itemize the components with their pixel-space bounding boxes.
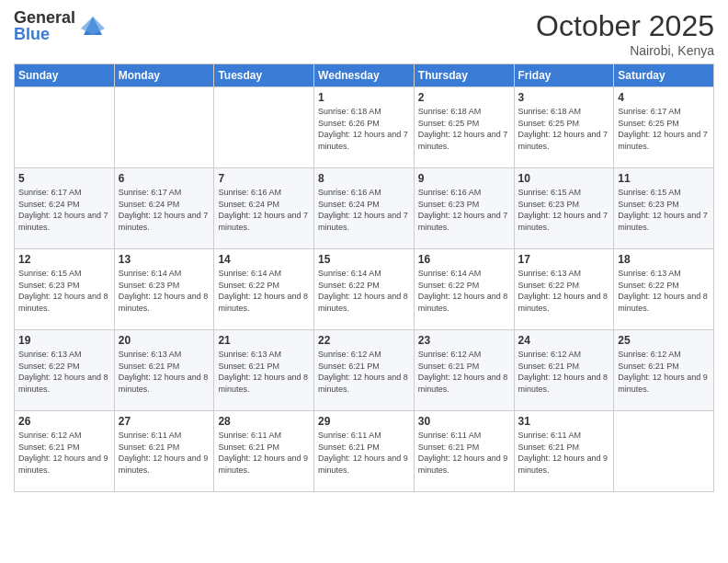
day-number: 26 — [18, 415, 110, 428]
week-row-2: 5Sunrise: 6:17 AMSunset: 6:24 PMDaylight… — [15, 168, 714, 249]
week-row-1: 1Sunrise: 6:18 AMSunset: 6:26 PMDaylight… — [15, 87, 714, 168]
calendar-body: 1Sunrise: 6:18 AMSunset: 6:26 PMDaylight… — [15, 87, 714, 492]
day-info: Sunrise: 6:12 AMSunset: 6:21 PMDaylight:… — [418, 349, 510, 395]
calendar-cell: 27Sunrise: 6:11 AMSunset: 6:21 PMDayligh… — [114, 411, 214, 492]
calendar-cell: 31Sunrise: 6:11 AMSunset: 6:21 PMDayligh… — [514, 411, 614, 492]
day-number: 11 — [618, 172, 710, 185]
month-title: October 2025 — [536, 9, 714, 43]
col-wednesday: Wednesday — [314, 64, 415, 87]
day-info: Sunrise: 6:13 AMSunset: 6:22 PMDaylight:… — [18, 349, 110, 395]
day-info: Sunrise: 6:13 AMSunset: 6:22 PMDaylight:… — [518, 268, 610, 314]
calendar-cell — [114, 87, 214, 168]
day-info: Sunrise: 6:16 AMSunset: 6:24 PMDaylight:… — [318, 187, 410, 233]
title-block: October 2025 Nairobi, Kenya — [536, 9, 714, 58]
day-info: Sunrise: 6:17 AMSunset: 6:24 PMDaylight:… — [119, 187, 210, 233]
day-number: 14 — [218, 253, 310, 266]
calendar-cell: 12Sunrise: 6:15 AMSunset: 6:23 PMDayligh… — [15, 249, 115, 330]
day-info: Sunrise: 6:12 AMSunset: 6:21 PMDaylight:… — [318, 349, 410, 395]
day-number: 28 — [218, 415, 310, 428]
day-number: 24 — [518, 334, 610, 347]
calendar-cell: 11Sunrise: 6:15 AMSunset: 6:23 PMDayligh… — [614, 168, 714, 249]
day-number: 25 — [618, 334, 710, 347]
col-saturday: Saturday — [614, 64, 714, 87]
calendar-cell: 7Sunrise: 6:16 AMSunset: 6:24 PMDaylight… — [214, 168, 314, 249]
calendar-cell: 13Sunrise: 6:14 AMSunset: 6:23 PMDayligh… — [114, 249, 214, 330]
day-number: 7 — [218, 172, 310, 185]
day-number: 12 — [18, 253, 110, 266]
day-number: 21 — [218, 334, 310, 347]
day-number: 31 — [518, 415, 610, 428]
header: General Blue October 2025 Nairobi, Kenya — [14, 9, 714, 58]
logo-general: General — [14, 9, 75, 26]
day-info: Sunrise: 6:18 AMSunset: 6:25 PMDaylight:… — [418, 106, 510, 152]
calendar-cell: 17Sunrise: 6:13 AMSunset: 6:22 PMDayligh… — [514, 249, 614, 330]
calendar-cell: 15Sunrise: 6:14 AMSunset: 6:22 PMDayligh… — [314, 249, 415, 330]
day-info: Sunrise: 6:11 AMSunset: 6:21 PMDaylight:… — [318, 430, 410, 476]
day-info: Sunrise: 6:17 AMSunset: 6:24 PMDaylight:… — [18, 187, 110, 233]
calendar-table: Sunday Monday Tuesday Wednesday Thursday… — [14, 63, 714, 492]
calendar-cell: 26Sunrise: 6:12 AMSunset: 6:21 PMDayligh… — [15, 411, 115, 492]
day-number: 22 — [318, 334, 410, 347]
day-number: 30 — [418, 415, 510, 428]
week-row-3: 12Sunrise: 6:15 AMSunset: 6:23 PMDayligh… — [15, 249, 714, 330]
calendar-cell — [15, 87, 115, 168]
logo-text: General Blue — [14, 9, 75, 42]
col-monday: Monday — [114, 64, 214, 87]
header-row: Sunday Monday Tuesday Wednesday Thursday… — [15, 64, 714, 87]
calendar-cell: 8Sunrise: 6:16 AMSunset: 6:24 PMDaylight… — [314, 168, 415, 249]
calendar-cell: 9Sunrise: 6:16 AMSunset: 6:23 PMDaylight… — [414, 168, 514, 249]
calendar-cell — [614, 411, 714, 492]
day-number: 1 — [318, 91, 410, 104]
day-number: 17 — [518, 253, 610, 266]
calendar-cell: 21Sunrise: 6:13 AMSunset: 6:21 PMDayligh… — [214, 330, 314, 411]
col-thursday: Thursday — [414, 64, 514, 87]
calendar-cell: 22Sunrise: 6:12 AMSunset: 6:21 PMDayligh… — [314, 330, 415, 411]
calendar-cell: 29Sunrise: 6:11 AMSunset: 6:21 PMDayligh… — [314, 411, 415, 492]
day-number: 5 — [18, 172, 110, 185]
calendar-cell: 4Sunrise: 6:17 AMSunset: 6:25 PMDaylight… — [614, 87, 714, 168]
day-info: Sunrise: 6:13 AMSunset: 6:22 PMDaylight:… — [618, 268, 710, 314]
page: General Blue October 2025 Nairobi, Kenya… — [0, 0, 728, 563]
calendar-cell: 23Sunrise: 6:12 AMSunset: 6:21 PMDayligh… — [414, 330, 514, 411]
day-info: Sunrise: 6:11 AMSunset: 6:21 PMDaylight:… — [119, 430, 210, 476]
day-info: Sunrise: 6:13 AMSunset: 6:21 PMDaylight:… — [119, 349, 210, 395]
week-row-5: 26Sunrise: 6:12 AMSunset: 6:21 PMDayligh… — [15, 411, 714, 492]
calendar-cell — [214, 87, 314, 168]
calendar-cell: 1Sunrise: 6:18 AMSunset: 6:26 PMDaylight… — [314, 87, 415, 168]
day-number: 3 — [518, 91, 610, 104]
day-number: 19 — [18, 334, 110, 347]
day-number: 15 — [318, 253, 410, 266]
calendar-cell: 2Sunrise: 6:18 AMSunset: 6:25 PMDaylight… — [414, 87, 514, 168]
day-number: 29 — [318, 415, 410, 428]
week-row-4: 19Sunrise: 6:13 AMSunset: 6:22 PMDayligh… — [15, 330, 714, 411]
day-number: 16 — [418, 253, 510, 266]
calendar-cell: 24Sunrise: 6:12 AMSunset: 6:21 PMDayligh… — [514, 330, 614, 411]
day-info: Sunrise: 6:11 AMSunset: 6:21 PMDaylight:… — [518, 430, 610, 476]
calendar-cell: 19Sunrise: 6:13 AMSunset: 6:22 PMDayligh… — [15, 330, 115, 411]
day-number: 8 — [318, 172, 410, 185]
day-info: Sunrise: 6:13 AMSunset: 6:21 PMDaylight:… — [218, 349, 310, 395]
day-info: Sunrise: 6:14 AMSunset: 6:22 PMDaylight:… — [218, 268, 310, 314]
col-friday: Friday — [514, 64, 614, 87]
day-info: Sunrise: 6:15 AMSunset: 6:23 PMDaylight:… — [518, 187, 610, 233]
day-info: Sunrise: 6:16 AMSunset: 6:23 PMDaylight:… — [418, 187, 510, 233]
col-sunday: Sunday — [15, 64, 115, 87]
logo-icon — [79, 12, 107, 40]
day-info: Sunrise: 6:12 AMSunset: 6:21 PMDaylight:… — [618, 349, 710, 395]
day-number: 23 — [418, 334, 510, 347]
day-number: 2 — [418, 91, 510, 104]
calendar-cell: 6Sunrise: 6:17 AMSunset: 6:24 PMDaylight… — [114, 168, 214, 249]
day-number: 9 — [418, 172, 510, 185]
day-number: 10 — [518, 172, 610, 185]
calendar-cell: 25Sunrise: 6:12 AMSunset: 6:21 PMDayligh… — [614, 330, 714, 411]
calendar-header: Sunday Monday Tuesday Wednesday Thursday… — [15, 64, 714, 87]
day-info: Sunrise: 6:12 AMSunset: 6:21 PMDaylight:… — [518, 349, 610, 395]
calendar-cell: 14Sunrise: 6:14 AMSunset: 6:22 PMDayligh… — [214, 249, 314, 330]
calendar-cell: 28Sunrise: 6:11 AMSunset: 6:21 PMDayligh… — [214, 411, 314, 492]
calendar-cell: 5Sunrise: 6:17 AMSunset: 6:24 PMDaylight… — [15, 168, 115, 249]
calendar-cell: 16Sunrise: 6:14 AMSunset: 6:22 PMDayligh… — [414, 249, 514, 330]
svg-marker-1 — [81, 17, 105, 35]
day-number: 27 — [119, 415, 210, 428]
logo-blue: Blue — [14, 26, 75, 42]
day-info: Sunrise: 6:18 AMSunset: 6:26 PMDaylight:… — [318, 106, 410, 152]
